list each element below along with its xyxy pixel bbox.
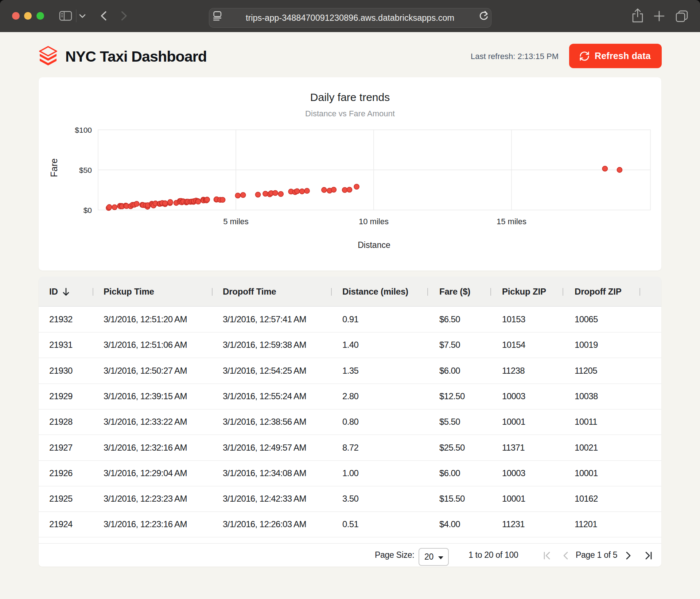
svg-text:5 miles: 5 miles <box>223 217 249 226</box>
svg-text:$0: $0 <box>83 206 92 214</box>
svg-text:$50: $50 <box>79 166 92 174</box>
svg-text:Distance: Distance <box>358 240 390 250</box>
svg-text:Distance vs Fare Amount: Distance vs Fare Amount <box>305 109 395 118</box>
svg-text:$100: $100 <box>75 126 92 134</box>
svg-text:Fare: Fare <box>49 158 59 177</box>
svg-text:10 miles: 10 miles <box>359 217 389 226</box>
svg-text:15 miles: 15 miles <box>497 217 526 226</box>
svg-text:Daily fare trends: Daily fare trends <box>310 91 390 103</box>
